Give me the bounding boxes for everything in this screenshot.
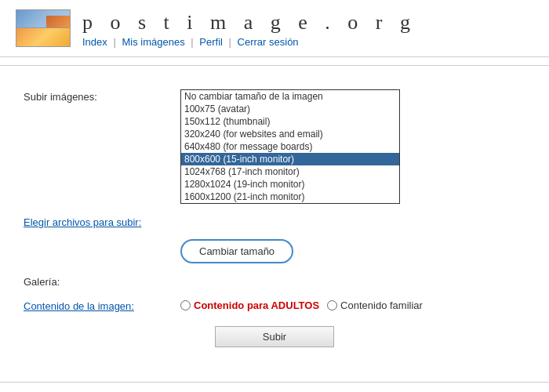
resize-select[interactable]: No cambiar tamaño de la imagen 100x75 (a… <box>180 89 400 204</box>
nav-mis-imagenes[interactable]: Mis imágenes <box>122 36 184 48</box>
galeria-row: Galería: <box>24 274 525 288</box>
subir-label: Subir imágenes: <box>24 89 180 103</box>
subir-button-row: Subir <box>24 326 525 347</box>
select-option-640x480[interactable]: 640x480 (for message boards) <box>181 140 399 153</box>
nav-perfil[interactable]: Perfil <box>199 36 223 48</box>
contenido-label-text: Contenido de la imagen: <box>24 300 134 312</box>
main-form: Subir imágenes: No cambiar tamaño de la … <box>0 74 549 374</box>
radio-adult-circle <box>180 300 191 310</box>
nav-cerrar-sesion[interactable]: Cerrar sesión <box>238 36 299 48</box>
radio-adult-label: Contenido para ADULTOS <box>194 299 319 311</box>
select-option-no-change[interactable]: No cambiar tamaño de la imagen <box>181 90 399 103</box>
header-text: p o s t i m a g e . o r g Index | Mis im… <box>82 11 416 48</box>
header-divider <box>0 65 549 66</box>
elegir-row: Elegir archivos para subir: <box>24 215 525 228</box>
header-nav: Index | Mis imágenes | Perfil | Cerrar s… <box>82 36 416 48</box>
select-option-100x75[interactable]: 100x75 (avatar) <box>181 103 399 115</box>
logo-image <box>16 9 71 49</box>
select-option-320x240[interactable]: 320x240 (for websites and email) <box>181 128 399 140</box>
select-option-800x600[interactable]: 800x600 (15-inch monitor) <box>181 153 399 165</box>
radio-adult-option[interactable]: Contenido para ADULTOS <box>180 299 319 311</box>
header: p o s t i m a g e . o r g Index | Mis im… <box>0 0 549 57</box>
radio-familiar-option[interactable]: Contenido familiar <box>327 299 423 311</box>
footer-divider <box>0 382 549 383</box>
radio-familiar-label: Contenido familiar <box>340 299 423 311</box>
select-option-1280x1024[interactable]: 1280x1024 (19-inch monitor) <box>181 178 399 191</box>
elegir-label[interactable]: Elegir archivos para subir: <box>24 215 180 228</box>
site-title: p o s t i m a g e . o r g <box>82 11 416 34</box>
contenido-row: Contenido de la imagen: Contenido para A… <box>24 299 525 312</box>
nav-index[interactable]: Index <box>82 36 107 48</box>
radio-familiar-circle <box>327 300 337 310</box>
select-option-1024x768[interactable]: 1024x768 (17-inch monitor) <box>181 165 399 178</box>
subir-button[interactable]: Subir <box>215 326 334 347</box>
subir-row: Subir imágenes: No cambiar tamaño de la … <box>24 89 525 204</box>
contenido-label: Contenido de la imagen: <box>24 299 180 312</box>
cambiar-oval[interactable]: Cambiar tamaño <box>180 239 293 263</box>
select-option-1600x1200[interactable]: 1600x1200 (21-inch monitor) <box>181 191 399 203</box>
select-option-150x112[interactable]: 150x112 (thumbnail) <box>181 115 399 128</box>
galeria-label: Galería: <box>24 274 180 288</box>
cambiar-row: Cambiar tamaño <box>24 239 525 263</box>
